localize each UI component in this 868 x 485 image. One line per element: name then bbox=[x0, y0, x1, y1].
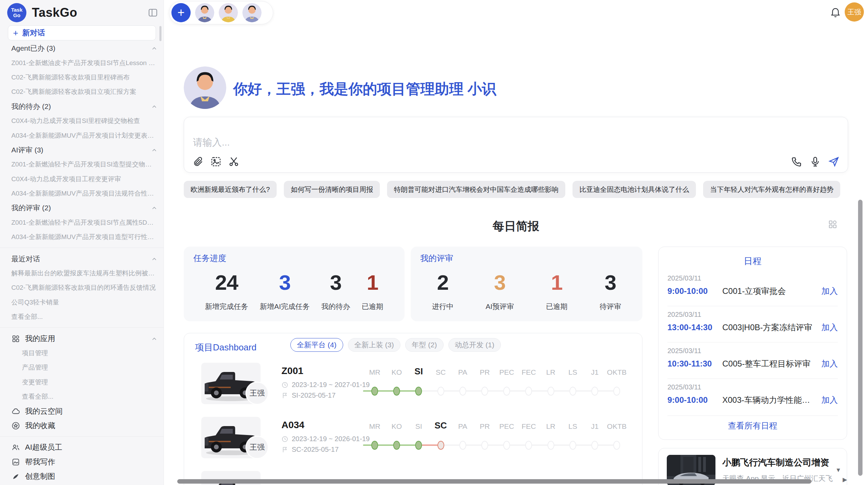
layout-grid-icon[interactable] bbox=[828, 219, 838, 229]
join-link[interactable]: 加入 bbox=[821, 322, 838, 333]
cloud-icon bbox=[11, 407, 20, 416]
sidebar-item[interactable]: A034-全新新能源MUV产品开发项目法规符合性评审 bbox=[0, 186, 164, 201]
milestone-label: KO bbox=[391, 422, 402, 431]
vertical-scrollbar[interactable] bbox=[858, 200, 863, 476]
sidebar-item-favorites[interactable]: 我的收藏 bbox=[0, 419, 164, 433]
milestone-dot bbox=[481, 387, 488, 396]
recent-view-all[interactable]: 查看全部... bbox=[0, 310, 164, 324]
milestone-dot-done bbox=[371, 441, 378, 450]
sidebar-item[interactable]: C0X4-动力总成开发项目SI里程碑提交物检查 bbox=[0, 114, 164, 128]
composer-tools bbox=[192, 156, 240, 167]
project-row[interactable]: 王强 Z001 2023-12-19 ~ 2027-01-19 SI-2025-… bbox=[184, 360, 643, 414]
agent-avatar[interactable] bbox=[219, 3, 238, 22]
milestone-dot bbox=[525, 441, 532, 450]
agent-avatar[interactable] bbox=[195, 3, 214, 22]
dashboard-filters: 全新平台 (4) 全新上装 (3) 年型 (2) 动总开发 (1) bbox=[290, 338, 501, 352]
card-title: 我的评审 bbox=[420, 253, 633, 264]
sidebar-app-change-mgmt[interactable]: 变更管理 bbox=[0, 375, 164, 389]
suggestion-chip[interactable]: 比亚迪全固态电池计划具体说了什么 bbox=[572, 181, 696, 198]
chevron-up-icon[interactable] bbox=[151, 256, 158, 262]
microphone-icon[interactable] bbox=[809, 156, 821, 167]
assistant-avatar bbox=[184, 66, 226, 109]
project-flag-milestone: SI-2025-05-17 bbox=[292, 391, 336, 399]
milestone-dot-overdue bbox=[437, 441, 444, 450]
sidebar-item[interactable]: C02-飞腾新能源轻客改款项目里程碑画布 bbox=[0, 70, 164, 85]
recent-conversation[interactable]: 公司Q3轻卡销量 bbox=[0, 295, 164, 310]
scissors-icon[interactable] bbox=[228, 156, 240, 167]
sidebar: Task Go TaskGo + 新对话 Agent已办 (3) Z001-全新… bbox=[0, 0, 164, 485]
project-row[interactable]: 王强 A034 2023-12-19 ~ 2026-01-19 SC-2025-… bbox=[184, 414, 643, 468]
sidebar-item-cloud-space[interactable]: 我的云空间 bbox=[0, 404, 164, 418]
sidebar-item[interactable]: Z001-全新燃油轻卡产品开发项目SI造型提交物评审 bbox=[0, 157, 164, 172]
chevron-up-icon[interactable] bbox=[151, 45, 158, 52]
sidebar-item[interactable]: A034-全新新能源MUV产品开发项目造型可行性评审 bbox=[0, 230, 164, 244]
sidebar-section-agent-done[interactable]: Agent已办 (3) bbox=[0, 41, 164, 55]
sidebar-collapse-icon[interactable] bbox=[148, 8, 158, 18]
sidebar-item[interactable]: C0X4-动力总成开发项目工程变更评审 bbox=[0, 172, 164, 186]
sidebar-app-project-mgmt[interactable]: 项目管理 bbox=[0, 346, 164, 360]
filter-pill-model-year[interactable]: 年型 (2) bbox=[405, 338, 444, 352]
milestone-dot bbox=[503, 387, 510, 396]
divider bbox=[0, 436, 164, 437]
attachment-icon[interactable] bbox=[192, 156, 204, 167]
schedule-time: 10:30-11:30 bbox=[667, 359, 713, 369]
add-conversation-button[interactable]: + bbox=[171, 3, 191, 22]
scroll-down-arrow[interactable]: ▼ bbox=[835, 467, 841, 473]
phone-icon[interactable] bbox=[791, 156, 803, 167]
scroll-right-arrow[interactable]: ▶ bbox=[843, 477, 847, 483]
suggestion-chip[interactable]: 欧洲新规最近颁布了什么? bbox=[184, 181, 277, 198]
sidebar-item-ai-super-staff[interactable]: AI超级员工 bbox=[0, 440, 164, 455]
sidebar-item[interactable]: C02-飞腾新能源轻客改款项目立项汇报方案 bbox=[0, 85, 164, 99]
filter-pill-new-platform[interactable]: 全新平台 (4) bbox=[290, 338, 343, 352]
chevron-up-icon[interactable] bbox=[151, 147, 158, 153]
suggestion-chip[interactable]: 当下年轻人对汽车外观有怎样的喜好趋势 bbox=[703, 181, 840, 198]
recent-conversation[interactable]: 解释最新出台的欧盟报废车法规再生塑料比例被调至15%... bbox=[0, 266, 164, 281]
app-window: Task Go TaskGo + 新对话 Agent已办 (3) Z001-全新… bbox=[0, 0, 868, 485]
chevron-up-icon[interactable] bbox=[151, 103, 158, 110]
sidebar-item[interactable]: Z001-全新燃油皮卡产品开发项目SI节点Lesson Learn报告 bbox=[0, 55, 164, 70]
new-chat-label: 新对话 bbox=[22, 28, 45, 38]
flag-icon bbox=[281, 446, 288, 453]
sidebar-item-my-apps[interactable]: 我的应用 bbox=[0, 331, 164, 346]
stat-new-done: 24新增完成任务 bbox=[205, 271, 248, 311]
milestone-track: MR KO SI SC PA PR PEC FEC LR LS J1 OKTB bbox=[363, 414, 630, 468]
sidebar-item-creative-draw[interactable]: 创意制图 bbox=[0, 469, 164, 484]
sidebar-item[interactable]: Z001-全新燃油轻卡产品开发项目SI节点属性5D文件评审 bbox=[0, 215, 164, 230]
sidebar-scrollbar[interactable] bbox=[159, 26, 161, 41]
chevron-up-icon[interactable] bbox=[151, 335, 158, 342]
join-link[interactable]: 加入 bbox=[821, 286, 838, 297]
project-name: Z001 bbox=[281, 365, 370, 376]
stat-pending-review: 3待评审 bbox=[600, 271, 621, 311]
send-icon[interactable] bbox=[828, 156, 840, 167]
sidebar-apps-view-all[interactable]: 查看全部... bbox=[0, 389, 164, 404]
dashboard-title: 项目Dashboard bbox=[195, 341, 256, 353]
message-input[interactable] bbox=[192, 135, 604, 150]
join-link[interactable]: 加入 bbox=[821, 395, 838, 406]
sidebar-item-help-write[interactable]: 帮我写作 bbox=[0, 455, 164, 469]
milestone-dot bbox=[547, 441, 554, 450]
milestone-label: J1 bbox=[591, 422, 599, 431]
join-link[interactable]: 加入 bbox=[821, 358, 838, 369]
sidebar-section-ai-review[interactable]: AI评审 (3) bbox=[0, 143, 164, 157]
user-avatar[interactable]: 王强 bbox=[845, 2, 864, 22]
new-chat-button[interactable]: + 新对话 bbox=[8, 25, 156, 40]
sidebar-section-my-review[interactable]: 我的评审 (2) bbox=[0, 201, 164, 215]
news-title: 小鹏飞行汽车制造公司增资 bbox=[722, 457, 839, 469]
agent-avatar[interactable] bbox=[242, 3, 262, 22]
sidebar-app-product-mgmt[interactable]: 产品管理 bbox=[0, 360, 164, 375]
recent-conversation[interactable]: C02-飞腾新能源轻客改款项目的闭环通告反馈情况 bbox=[0, 281, 164, 295]
filter-pill-new-body[interactable]: 全新上装 (3) bbox=[348, 338, 401, 352]
chevron-up-icon[interactable] bbox=[151, 204, 158, 211]
sidebar-section-recent[interactable]: 最近对话 bbox=[0, 251, 164, 266]
project-name: A034 bbox=[281, 420, 370, 431]
schedule-date: 2025/03/11 bbox=[667, 308, 838, 319]
filter-pill-powertrain[interactable]: 动总开发 (1) bbox=[448, 338, 501, 352]
image-icon[interactable] bbox=[210, 156, 222, 167]
sidebar-section-my-todo[interactable]: 我的待办 (2) bbox=[0, 99, 164, 114]
notifications-bell-icon[interactable] bbox=[830, 7, 841, 18]
sidebar-item[interactable]: A034-全新新能源MUV产品开发项目计划变更表编写 bbox=[0, 128, 164, 142]
view-all-schedule-link[interactable]: 查看所有日程 bbox=[659, 420, 847, 431]
suggestion-chip[interactable]: 特朗普可能对进口汽车增税会对中国车企造成哪些影响 bbox=[387, 181, 565, 198]
horizontal-scrollbar[interactable] bbox=[177, 479, 811, 484]
suggestion-chip[interactable]: 如何写一份清晰的项目周报 bbox=[284, 181, 380, 198]
